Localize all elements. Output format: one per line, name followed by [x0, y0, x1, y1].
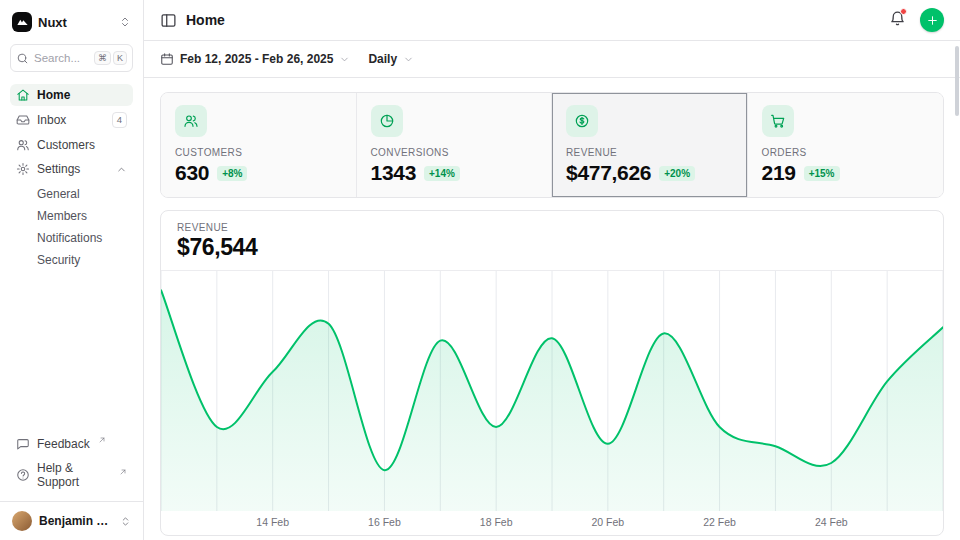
panel-left-icon	[160, 12, 177, 29]
main-scrollbar[interactable]	[955, 46, 959, 116]
workspace-name: Nuxt	[38, 15, 67, 30]
users-icon	[175, 105, 207, 137]
plus-icon	[926, 14, 939, 27]
circle-dollar-icon	[566, 105, 598, 137]
x-axis-tick: 24 Feb	[815, 516, 848, 528]
chevron-down-icon	[403, 54, 414, 65]
chevron-updown-icon	[119, 16, 131, 28]
sidebar-item-notifications[interactable]: Notifications	[10, 228, 133, 248]
nav-label: Inbox	[37, 113, 66, 127]
nav-label: Settings	[37, 162, 80, 176]
filters-toolbar: Feb 12, 2025 - Feb 26, 2025 Daily	[144, 41, 960, 78]
stat-delta-badge: +14%	[424, 166, 460, 181]
sidebar-footer: Feedback Help & Support	[10, 432, 133, 501]
date-range-picker[interactable]: Feb 12, 2025 - Feb 26, 2025	[160, 52, 350, 66]
sidebar: Nuxt Search... ⌘K Home Inbox 4	[0, 0, 144, 540]
inbox-count-badge: 4	[112, 112, 127, 128]
sidebar-toggle-button[interactable]	[160, 12, 177, 29]
stat-value: $477,626	[566, 161, 651, 185]
x-axis-tick: 20 Feb	[591, 516, 624, 528]
sidebar-item-customers[interactable]: Customers	[10, 134, 133, 156]
feedback-link[interactable]: Feedback	[10, 432, 133, 455]
sidebar-item-security[interactable]: Security	[10, 250, 133, 270]
add-button[interactable]	[920, 8, 944, 32]
search-icon	[16, 52, 29, 65]
x-axis-tick: 18 Feb	[480, 516, 513, 528]
page-header: Home	[144, 0, 960, 41]
stat-label: ORDERS	[762, 147, 930, 158]
dashboard-content: CUSTOMERS 630 +8% CONVERSIONS 1343 +14%	[144, 78, 960, 540]
calendar-icon	[160, 52, 174, 66]
nav-label: Feedback	[37, 437, 90, 451]
external-link-icon	[119, 468, 127, 476]
home-icon	[16, 88, 30, 102]
main-area: Home Feb 12, 2025 - Feb 26, 2025 Daily	[144, 0, 960, 540]
stat-value: 1343	[371, 161, 417, 185]
message-icon	[16, 437, 30, 451]
user-name: Benjamin Canac	[39, 514, 113, 528]
kbd-cmd: ⌘	[94, 51, 111, 66]
chevron-up-icon	[116, 164, 127, 175]
chart-pie-icon	[371, 105, 403, 137]
x-axis-tick: 22 Feb	[703, 516, 736, 528]
search-input[interactable]: Search... ⌘K	[10, 44, 133, 72]
sidebar-item-general[interactable]: General	[10, 184, 133, 204]
stat-label: REVENUE	[566, 147, 733, 158]
stat-value: 630	[175, 161, 209, 185]
revenue-chart-card: REVENUE $76,544 14 Feb16 Feb18 Feb20 Feb…	[160, 210, 944, 536]
sidebar-item-settings[interactable]: Settings	[10, 158, 133, 180]
search-placeholder: Search...	[34, 52, 80, 64]
x-axis-tick: 14 Feb	[256, 516, 289, 528]
inbox-icon	[16, 113, 30, 127]
workspace-switcher[interactable]: Nuxt	[10, 10, 133, 34]
notifications-button[interactable]	[889, 10, 906, 30]
notification-dot	[900, 8, 907, 15]
stat-value: 219	[762, 161, 796, 185]
stat-label: CUSTOMERS	[175, 147, 342, 158]
nav-label: Help & Support	[37, 461, 111, 489]
search-shortcut: ⌘K	[94, 51, 127, 66]
sidebar-item-inbox[interactable]: Inbox 4	[10, 108, 133, 132]
stat-card-orders[interactable]: ORDERS 219 +15%	[748, 93, 944, 197]
chevron-updown-icon	[120, 516, 131, 527]
stats-row: CUSTOMERS 630 +8% CONVERSIONS 1343 +14%	[160, 92, 944, 198]
stat-card-customers[interactable]: CUSTOMERS 630 +8%	[161, 93, 357, 197]
stat-delta-badge: +20%	[659, 166, 695, 181]
period-value: Daily	[368, 52, 397, 66]
cart-icon	[762, 105, 794, 137]
page-title: Home	[186, 12, 225, 28]
x-axis: 14 Feb16 Feb18 Feb20 Feb22 Feb24 Feb	[161, 511, 943, 535]
nav-label: Customers	[37, 138, 95, 152]
nav-label: Home	[37, 88, 70, 102]
chart-metric-label: REVENUE	[177, 222, 927, 233]
chart-header: REVENUE $76,544	[161, 211, 943, 271]
user-menu[interactable]: Benjamin Canac	[0, 501, 143, 540]
sidebar-nav: Home Inbox 4 Customers Settings General	[10, 84, 133, 270]
help-circle-icon	[16, 468, 30, 482]
stat-delta-badge: +15%	[804, 166, 840, 181]
kbd-k: K	[113, 51, 127, 66]
help-support-link[interactable]: Help & Support	[10, 457, 133, 493]
chevron-down-icon	[339, 54, 350, 65]
stat-card-revenue[interactable]: REVENUE $477,626 +20%	[552, 93, 748, 197]
settings-submenu: General Members Notifications Security	[10, 184, 133, 270]
x-axis-tick: 16 Feb	[368, 516, 401, 528]
nuxt-logo-icon	[12, 12, 32, 32]
users-icon	[16, 138, 30, 152]
date-range-value: Feb 12, 2025 - Feb 26, 2025	[180, 52, 333, 66]
sidebar-item-home[interactable]: Home	[10, 84, 133, 106]
revenue-area-chart[interactable]	[161, 271, 943, 511]
period-select[interactable]: Daily	[368, 52, 414, 66]
app-window: Nuxt Search... ⌘K Home Inbox 4	[0, 0, 960, 540]
header-actions	[889, 8, 944, 32]
stat-card-conversions[interactable]: CONVERSIONS 1343 +14%	[357, 93, 553, 197]
stat-delta-badge: +8%	[217, 166, 247, 181]
external-link-icon	[98, 436, 106, 444]
stat-label: CONVERSIONS	[371, 147, 538, 158]
avatar	[12, 511, 32, 531]
sidebar-item-members[interactable]: Members	[10, 206, 133, 226]
gear-icon	[16, 162, 30, 176]
chart-metric-value: $76,544	[177, 234, 927, 261]
